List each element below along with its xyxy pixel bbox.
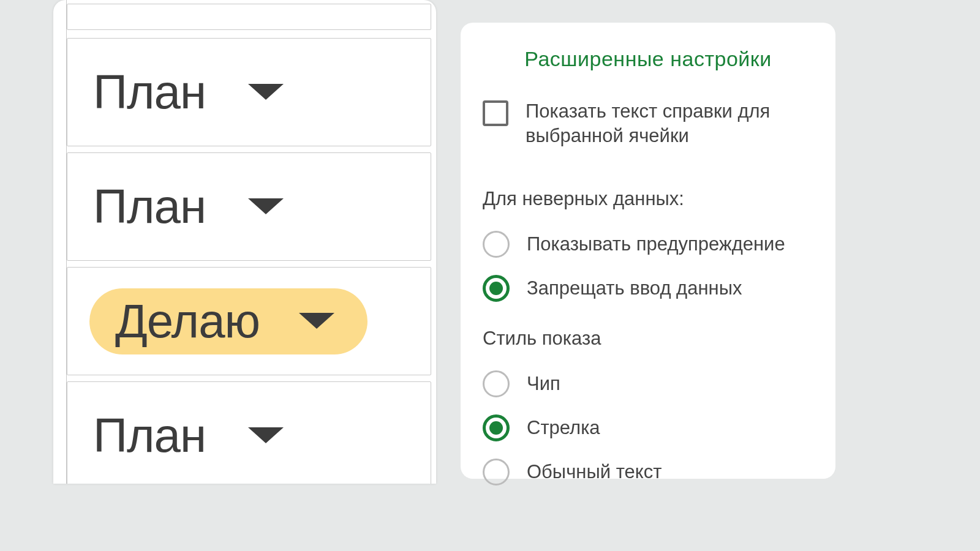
display-style-label: Стиль показа (483, 328, 813, 350)
cell-chip[interactable]: Делаю (89, 288, 368, 354)
advanced-settings-panel: Расширенные настройки Показать текст спр… (461, 23, 835, 479)
radio-icon (483, 231, 510, 258)
cell-dropdown[interactable]: Делаю (67, 267, 431, 375)
radio-reject-input[interactable]: Запрещать ввод данных (483, 275, 813, 302)
cell-dropdown[interactable]: План (67, 38, 431, 146)
radio-label: Показывать предупреждение (527, 233, 785, 255)
radio-icon (483, 414, 510, 441)
cell-dropdown[interactable]: План (67, 381, 431, 484)
checkbox-label: Показать текст справки для выбранной яче… (526, 99, 813, 149)
spreadsheet-cells: План План Делаю План (53, 0, 436, 484)
help-text-checkbox[interactable]: Показать текст справки для выбранной яче… (483, 99, 813, 149)
radio-icon (483, 459, 510, 485)
panel-title: Расширенные настройки (483, 47, 813, 71)
radio-label: Чип (527, 373, 560, 395)
invalid-data-label: Для неверных данных: (483, 188, 813, 210)
row-header-gutter (57, 0, 67, 484)
chevron-down-icon (246, 196, 286, 218)
chevron-down-icon (296, 310, 337, 332)
display-style-radio-group: Чип Стрелка Обычный текст (483, 370, 813, 485)
radio-plain-text[interactable]: Обычный текст (483, 459, 813, 485)
radio-arrow[interactable]: Стрелка (483, 414, 813, 441)
radio-show-warning[interactable]: Показывать предупреждение (483, 231, 813, 258)
cell-dropdown[interactable]: План (67, 152, 431, 261)
radio-chip[interactable]: Чип (483, 370, 813, 397)
invalid-data-radio-group: Показывать предупреждение Запрещать ввод… (483, 231, 813, 302)
cell-value: План (93, 179, 206, 234)
radio-label: Обычный текст (527, 461, 662, 483)
radio-icon (483, 370, 510, 397)
cell-value: План (93, 64, 206, 120)
radio-label: Стрелка (527, 417, 600, 439)
checkbox-icon (483, 100, 508, 126)
cell-partial-top (67, 4, 431, 30)
cell-value: Делаю (115, 293, 260, 349)
chevron-down-icon (246, 81, 286, 103)
radio-label: Запрещать ввод данных (527, 277, 742, 299)
radio-icon (483, 275, 510, 302)
chevron-down-icon (246, 425, 286, 447)
cell-value: План (93, 408, 206, 463)
